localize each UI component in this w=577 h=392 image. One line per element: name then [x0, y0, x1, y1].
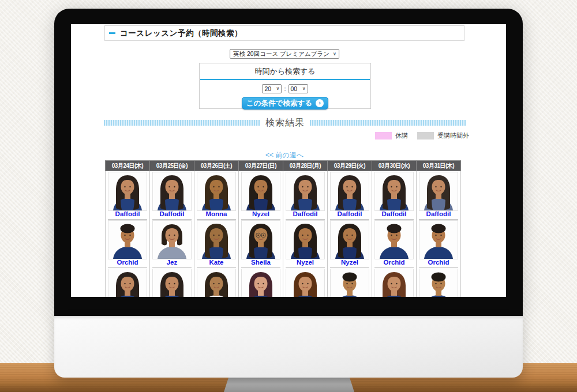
teacher-photo[interactable]: [108, 172, 147, 210]
legend-item: 受講時間外: [417, 131, 469, 140]
legend-item: 休講: [375, 131, 408, 140]
teacher-separator: [152, 267, 192, 268]
teacher-block: [328, 269, 372, 297]
teacher-separator: [152, 219, 192, 220]
time-select-row: 20 ∨ : 00 ∨: [200, 84, 370, 93]
day-column: MonnaKate: [194, 171, 239, 297]
teacher-separator: [108, 267, 147, 268]
teacher-block: Monna: [194, 172, 238, 220]
results-title: 検索結果: [265, 117, 305, 129]
teacher-block: Kate: [194, 221, 238, 268]
teacher-name-link[interactable]: Orchid: [106, 259, 149, 267]
stripe-decoration-right: [310, 120, 466, 126]
page-title-box: コースレッスン予約（時間検索）: [104, 25, 464, 41]
hour-select[interactable]: 20 ∨: [262, 84, 282, 93]
teacher-photo[interactable]: [286, 269, 324, 297]
teacher-photo[interactable]: [331, 269, 369, 297]
day-column: DaffodilNyzel: [283, 171, 328, 297]
teacher-separator: [286, 267, 325, 268]
results-header: 検索結果: [104, 117, 466, 129]
date-header: 03月25日(金): [150, 161, 194, 171]
teacher-photo[interactable]: [419, 269, 458, 297]
teacher-name-link[interactable]: Nyzel: [239, 210, 283, 218]
schedule-table: 03月24日(木)03月25日(金)03月26日(土)03月27日(日)03月2…: [105, 160, 461, 297]
teacher-separator: [330, 267, 369, 268]
time-colon: :: [284, 85, 286, 92]
teacher-block: Daffodil: [328, 172, 372, 220]
teacher-block: Daffodil: [283, 172, 327, 220]
teacher-name-link[interactable]: Monna: [194, 210, 238, 218]
teacher-name-link[interactable]: Daffodil: [417, 210, 460, 218]
teacher-photo[interactable]: [197, 221, 235, 259]
search-button[interactable]: この条件で検索する ›: [242, 97, 328, 110]
prev-week-link[interactable]: << 前の週へ: [265, 150, 304, 160]
teacher-separator: [197, 219, 236, 220]
minute-select[interactable]: 00 ∨: [288, 84, 308, 93]
teacher-name-link[interactable]: Daffodil: [150, 210, 194, 218]
teacher-name-link[interactable]: Nyzel: [328, 259, 372, 267]
legend-swatch: [417, 132, 434, 140]
teacher-block: Orchid: [372, 221, 416, 268]
teacher-photo[interactable]: [375, 221, 413, 259]
teacher-name-link[interactable]: Daffodil: [328, 210, 372, 218]
day-column: DaffodilJez: [150, 171, 194, 297]
teacher-photo[interactable]: [286, 221, 324, 259]
teacher-block: Daffodil: [372, 172, 416, 220]
teacher-block: Orchid: [417, 221, 460, 268]
teacher-name-link[interactable]: Orchid: [417, 259, 460, 267]
teacher-photo[interactable]: [153, 269, 191, 297]
teacher-block: [417, 269, 460, 297]
teacher-name-link[interactable]: Daffodil: [283, 210, 327, 218]
hour-select-value: 20: [264, 85, 271, 92]
date-header: 03月24日(木): [106, 161, 150, 171]
page-title: コースレッスン予約（時間検索）: [120, 28, 242, 39]
teacher-photo[interactable]: [331, 172, 369, 210]
teacher-photo[interactable]: [375, 269, 413, 297]
teacher-name-link[interactable]: Daffodil: [372, 210, 416, 218]
teacher-block: Nyzel: [283, 221, 327, 268]
teacher-photo[interactable]: [108, 269, 147, 297]
search-button-label: この条件で検索する: [246, 99, 312, 108]
teacher-name-link[interactable]: Kate: [194, 259, 238, 267]
monitor-chin: [54, 316, 523, 378]
course-select[interactable]: 英検 20回コース プレミアムプラン ∨: [230, 49, 339, 59]
teacher-photo[interactable]: [242, 269, 280, 297]
teacher-block: Sheila: [239, 221, 283, 268]
teacher-photo[interactable]: [242, 172, 280, 210]
teacher-block: Nyzel: [239, 172, 283, 220]
teacher-separator: [374, 267, 414, 268]
teacher-separator: [419, 267, 458, 268]
teacher-block: [239, 269, 283, 297]
teacher-block: [106, 269, 149, 297]
day-column: DaffodilOrchid: [106, 171, 150, 297]
date-header: 03月29日(火): [328, 161, 372, 171]
chevron-down-icon: ∨: [302, 86, 306, 91]
teacher-separator: [197, 267, 236, 268]
desktop-scene: { "page": { "title": "コースレッスン予約（時間検索）", …: [0, 0, 577, 392]
teacher-name-link[interactable]: Nyzel: [283, 259, 327, 267]
teacher-name-link[interactable]: Daffodil: [106, 210, 149, 218]
teacher-photo[interactable]: [197, 269, 235, 297]
day-column: DaffodilNyzel: [328, 171, 372, 297]
chevron-down-icon: ∨: [333, 52, 336, 56]
teacher-name-link[interactable]: Jez: [150, 259, 194, 267]
legend-swatch: [375, 132, 392, 140]
legend: 休講受講時間外: [375, 131, 469, 140]
teacher-photo[interactable]: [419, 221, 458, 259]
legend-label: 受講時間外: [437, 131, 469, 140]
teacher-photo[interactable]: [242, 221, 280, 259]
teacher-photo[interactable]: [153, 172, 191, 210]
teacher-photo[interactable]: [286, 172, 324, 210]
teacher-photo[interactable]: [419, 172, 458, 210]
teacher-photo[interactable]: [331, 221, 369, 259]
teacher-name-link[interactable]: Orchid: [372, 259, 416, 267]
teacher-separator: [286, 219, 325, 220]
date-header: 03月31日(木): [417, 161, 461, 171]
teacher-photo[interactable]: [375, 172, 413, 210]
teacher-photo[interactable]: [197, 172, 235, 210]
teacher-photo[interactable]: [108, 221, 147, 259]
teacher-photo[interactable]: [153, 221, 191, 259]
minute-select-value: 00: [291, 85, 298, 92]
teacher-name-link[interactable]: Sheila: [239, 259, 283, 267]
date-header: 03月28日(月): [283, 161, 328, 171]
